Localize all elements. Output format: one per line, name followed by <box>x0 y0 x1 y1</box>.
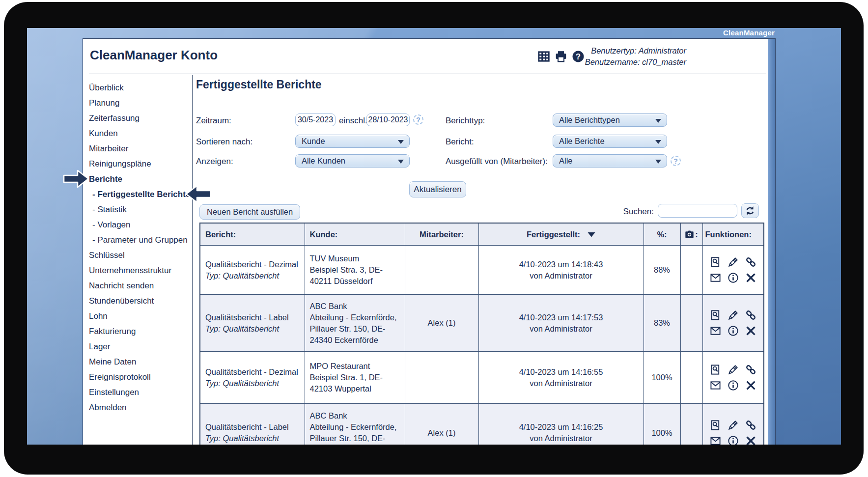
employee-cell: Alex (1) <box>405 295 478 352</box>
report-type: Typ: Qualitätsbericht <box>205 323 305 335</box>
preview-icon[interactable] <box>710 256 721 268</box>
sidebar-item[interactable]: Fakturierung <box>89 324 191 339</box>
email-icon[interactable] <box>710 380 721 391</box>
sidebar-item[interactable]: Einstellungen <box>89 385 191 400</box>
email-icon[interactable] <box>710 325 721 337</box>
info-icon[interactable] <box>728 272 739 283</box>
chevron-down-icon <box>398 160 404 164</box>
report-type: Typ: Qualitätsbericht <box>205 433 305 444</box>
col-header-fertiggestellt[interactable]: Fertiggestellt: <box>478 223 644 246</box>
info-icon[interactable] <box>728 435 739 445</box>
sidebar-item[interactable]: Unternehmensstruktur <box>89 263 191 278</box>
bericht-label: Bericht: <box>446 137 474 147</box>
user-name: Benutzername: cl70_master <box>574 56 686 68</box>
sidebar-item[interactable]: Zeiterfassung <box>89 111 191 126</box>
chevron-down-icon <box>655 160 661 164</box>
col-header-kunde[interactable]: Kunde: <box>305 223 405 246</box>
preview-icon[interactable] <box>710 420 721 431</box>
preview-icon[interactable] <box>710 309 721 321</box>
sidebar-item[interactable]: Abmelden <box>89 400 191 415</box>
ausgefuellt-label: Ausgefüllt von (Mitarbeiter): <box>446 157 548 167</box>
delete-icon[interactable] <box>745 272 756 283</box>
printer-icon[interactable] <box>555 50 567 63</box>
sidebar-item[interactable]: Nachricht senden <box>89 278 191 293</box>
neuen-bericht-button[interactable]: Neuen Bericht ausfüllen <box>199 204 300 220</box>
edit-icon[interactable] <box>728 309 739 321</box>
anzeigen-select[interactable]: Alle Kunden <box>295 154 410 168</box>
report-cell: Qualitätsbericht - Label Typ: Qualitätsb… <box>200 295 305 352</box>
refresh-icon <box>745 206 755 216</box>
sidebar-item[interactable]: Kunden <box>89 126 191 141</box>
email-icon[interactable] <box>710 435 721 445</box>
sidebar-item[interactable]: Berichte <box>89 171 191 187</box>
functions-cell <box>702 246 764 295</box>
table-header-row: Bericht: Kunde: Mitarbeiter: Fertiggeste… <box>200 223 764 246</box>
bericht-select[interactable]: Alle Berichte <box>553 135 667 148</box>
reports-table: Bericht: Kunde: Mitarbeiter: Fertiggeste… <box>199 223 764 445</box>
percent-cell: 88% <box>644 246 680 295</box>
link-icon[interactable] <box>745 256 756 268</box>
delete-icon[interactable] <box>745 380 756 391</box>
sidebar-item[interactable]: - Parameter und Gruppen <box>89 232 191 248</box>
link-icon[interactable] <box>745 364 756 375</box>
sidebar-item[interactable]: Lager <box>89 339 191 354</box>
callout-arrow-right <box>63 169 89 189</box>
col-header-percent[interactable]: %: <box>644 223 680 246</box>
sidebar-item[interactable]: Meine Daten <box>89 354 191 369</box>
photo-cell <box>680 404 702 445</box>
search-input[interactable] <box>658 204 737 218</box>
percent-cell: 100% <box>644 352 680 404</box>
sidebar-item[interactable]: Ereignisprotokoll <box>89 369 191 385</box>
sidebar-item[interactable]: - Fertiggestellte Berichte <box>89 187 191 202</box>
help-icon[interactable]: ? <box>413 114 423 125</box>
sidebar-item[interactable]: Mitarbeiter <box>89 141 191 156</box>
sidebar-item[interactable]: Überblick <box>89 80 191 95</box>
col-header-mitarbeiter[interactable]: Mitarbeiter: <box>405 223 478 246</box>
date-from-input[interactable]: 30/5-2023 <box>295 113 336 126</box>
info-icon[interactable] <box>728 380 739 391</box>
callout-arrow-left <box>185 184 212 204</box>
report-name: Qualitätsbericht - Label <box>205 421 305 433</box>
sidebar-item[interactable]: - Vorlagen <box>89 217 191 232</box>
col-header-photo[interactable]: : <box>680 223 702 246</box>
refresh-button[interactable] <box>741 203 759 218</box>
sidebar-item[interactable]: - Statistik <box>89 202 191 217</box>
camera-icon <box>685 230 694 239</box>
link-icon[interactable] <box>745 309 756 321</box>
delete-icon[interactable] <box>745 435 756 445</box>
date-to-input[interactable]: 28/10-2023 <box>366 113 410 126</box>
photo-cell <box>680 295 702 352</box>
edit-icon[interactable] <box>728 420 739 431</box>
link-icon[interactable] <box>745 420 756 431</box>
sortieren-select[interactable]: Kunde <box>295 135 410 148</box>
sortieren-label: Sortieren nach: <box>196 137 252 147</box>
preview-icon[interactable] <box>710 364 721 375</box>
chevron-down-icon <box>398 140 404 144</box>
col-header-bericht[interactable]: Bericht: <box>200 223 305 246</box>
sidebar-item[interactable]: Schlüssel <box>89 248 191 263</box>
table-row: Qualitätsbericht - Label Typ: Qualitätsb… <box>200 295 764 352</box>
help-icon[interactable]: ? <box>671 156 681 166</box>
sidebar-item[interactable]: Planung <box>89 95 191 111</box>
sidebar-item[interactable]: Lohn <box>89 309 191 324</box>
sidebar-item[interactable]: Reinigungspläne <box>89 156 191 171</box>
chevron-down-icon <box>655 119 661 123</box>
email-icon[interactable] <box>710 272 721 283</box>
sidebar-item[interactable]: Stundenübersicht <box>89 293 191 309</box>
report-name: Qualitätsbericht - Dezimal <box>205 366 305 378</box>
device-frame: CleanManager CleanManager Konto ? Benutz… <box>4 2 864 475</box>
info-icon[interactable] <box>728 325 739 337</box>
aktualisieren-button[interactable]: Aktualisieren <box>409 181 466 197</box>
percent-cell: 100% <box>644 404 680 445</box>
edit-icon[interactable] <box>728 256 739 268</box>
edit-icon[interactable] <box>728 364 739 375</box>
window-scrollbar[interactable] <box>768 39 775 445</box>
ausgefuellt-select[interactable]: Alle <box>553 154 667 168</box>
delete-icon[interactable] <box>745 325 756 337</box>
berichttyp-select[interactable]: Alle Berichttypen <box>553 113 667 127</box>
berichttyp-value: Alle Berichttypen <box>559 115 620 124</box>
table-row: Qualitätsbericht - Dezimal Typ: Qualität… <box>200 246 764 295</box>
customer-cell: TUV Museum Beispiel Stra. 3, DE- 40211 D… <box>305 246 405 295</box>
table-grid-icon[interactable] <box>537 50 550 63</box>
report-cell: Qualitätsbericht - Dezimal Typ: Qualität… <box>200 246 305 295</box>
